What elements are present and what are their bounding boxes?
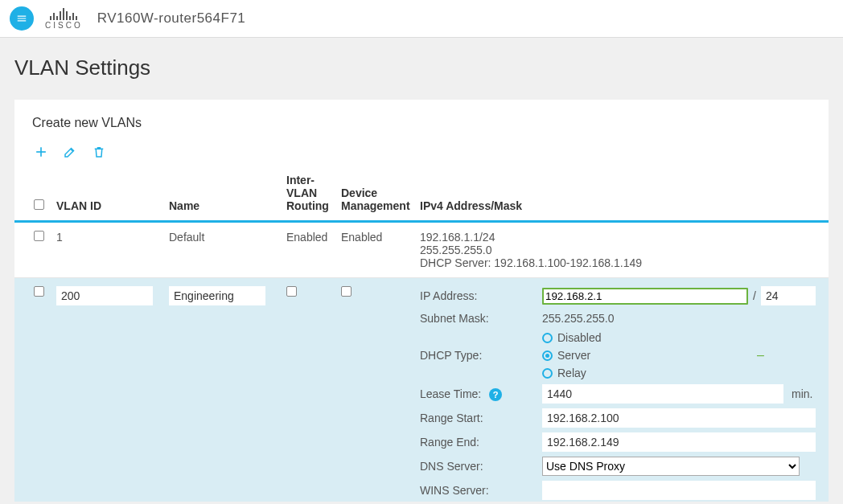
page-title: VLAN Settings bbox=[14, 55, 829, 80]
label-subnet-mask: Subnet Mask: bbox=[420, 312, 533, 325]
cell-dm: Enabled bbox=[338, 222, 417, 278]
range-start-input[interactable] bbox=[542, 408, 816, 428]
help-icon[interactable]: ? bbox=[489, 388, 502, 401]
cell-ivr: Enabled bbox=[283, 222, 338, 278]
section-title: Create new VLANs bbox=[14, 100, 829, 135]
cell-vlan-id: 1 bbox=[53, 222, 166, 278]
label-range-start: Range Start: bbox=[420, 412, 533, 424]
cidr-separator: / bbox=[748, 289, 761, 302]
dhcp-radio-server[interactable]: Server bbox=[542, 349, 816, 362]
cidr-input[interactable] bbox=[761, 286, 816, 305]
vlan-table: VLAN ID Name Inter-VLAN Routing Device M… bbox=[14, 166, 829, 502]
dm-checkbox[interactable] bbox=[341, 286, 352, 297]
vlan-edit-form: IP Address: / Subnet Mask: 255.255.255.0… bbox=[420, 286, 825, 500]
col-ipv4: IPv4 Address/Mask bbox=[417, 166, 829, 222]
cell-name: Default bbox=[166, 222, 283, 278]
radio-label: Relay bbox=[557, 367, 586, 379]
label-ip-address: IP Address: bbox=[420, 289, 533, 302]
edit-button[interactable] bbox=[61, 143, 79, 161]
col-vlan-id: VLAN ID bbox=[53, 166, 166, 222]
vlan-name-input[interactable] bbox=[169, 286, 265, 305]
device-name: RV160W-router564F71 bbox=[97, 10, 246, 27]
ip-line: 192.168.1.1/24 bbox=[420, 231, 825, 244]
toolbar bbox=[14, 135, 829, 166]
ip-address-input[interactable] bbox=[542, 288, 748, 305]
mask-line: 255.255.255.0 bbox=[420, 244, 825, 256]
delete-button[interactable] bbox=[90, 143, 108, 161]
dhcp-radio-disabled[interactable]: Disabled bbox=[542, 331, 816, 344]
col-name: Name bbox=[166, 166, 283, 222]
cell-ipv4: 192.168.1.1/24 255.255.255.0 DHCP Server… bbox=[417, 222, 829, 278]
label-range-end: Range End: bbox=[420, 436, 533, 449]
app-header: CISCO RV160W-router564F71 bbox=[0, 0, 843, 38]
radio-label: Disabled bbox=[557, 331, 601, 344]
radio-icon bbox=[542, 350, 553, 361]
subnet-mask-value: 255.255.255.0 bbox=[542, 310, 816, 326]
table-row: 1 Default Enabled Enabled 192.168.1.1/24… bbox=[14, 222, 829, 278]
accent-marker-icon: – bbox=[757, 348, 764, 363]
radio-icon bbox=[542, 368, 553, 379]
dns-server-select[interactable]: Use DNS Proxy bbox=[542, 457, 800, 476]
content-card: Create new VLANs VLAN ID Name Inte bbox=[14, 100, 829, 502]
add-button[interactable] bbox=[32, 143, 50, 161]
radio-icon bbox=[542, 333, 553, 343]
select-all-checkbox[interactable] bbox=[34, 199, 44, 210]
brand-logo: CISCO bbox=[45, 7, 83, 30]
wins-server-input[interactable] bbox=[542, 481, 816, 500]
row-checkbox[interactable] bbox=[34, 286, 44, 297]
vlan-id-input[interactable] bbox=[56, 286, 153, 305]
table-header-row: VLAN ID Name Inter-VLAN Routing Device M… bbox=[14, 166, 829, 222]
col-ivr: Inter-VLAN Routing bbox=[283, 166, 338, 222]
row-checkbox[interactable] bbox=[34, 231, 44, 241]
brand-text: CISCO bbox=[45, 21, 83, 30]
dhcp-radio-relay[interactable]: Relay bbox=[542, 367, 816, 379]
lease-time-input[interactable] bbox=[542, 384, 783, 404]
range-end-input[interactable] bbox=[542, 432, 816, 452]
dhcp-line: DHCP Server: 192.168.1.100-192.168.1.149 bbox=[420, 256, 825, 269]
label-wins-server: WINS Server: bbox=[420, 484, 533, 497]
menu-toggle-button[interactable] bbox=[10, 6, 34, 31]
ivr-checkbox[interactable] bbox=[286, 286, 297, 297]
label-lease-time: Lease Time: ? bbox=[420, 387, 533, 401]
col-dm: Device Management bbox=[338, 166, 417, 222]
radio-label: Server bbox=[557, 349, 590, 362]
cisco-bars-icon bbox=[50, 7, 77, 20]
table-row-edit: IP Address: / Subnet Mask: 255.255.255.0… bbox=[14, 278, 829, 502]
lease-unit: min. bbox=[783, 387, 812, 400]
label-dhcp-type: DHCP Type: bbox=[420, 349, 533, 362]
label-dns-server: DNS Server: bbox=[420, 460, 533, 473]
